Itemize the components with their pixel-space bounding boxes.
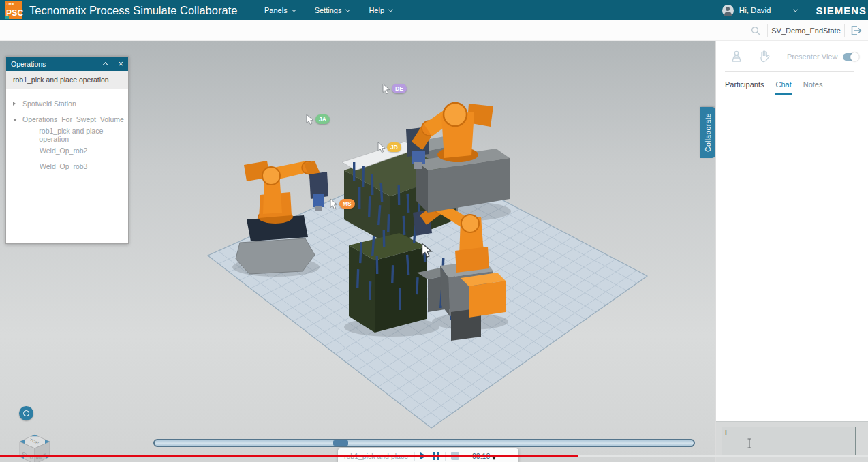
sidebar-tabs: ParticipantsChatNotes — [725, 80, 822, 95]
participant-cursor-de: DE — [392, 81, 407, 93]
sidebar-icon-row: Presenter View — [716, 46, 868, 67]
siemens-logo: SIEMENS — [816, 5, 867, 16]
tree-item-label: Weld_Op_rob2 — [40, 147, 87, 155]
menu-label: Help — [369, 6, 384, 14]
close-icon[interactable]: × — [118, 59, 123, 68]
text-caret — [730, 429, 730, 436]
mouse-cursor-icon — [421, 243, 433, 261]
user-greeting[interactable]: Hi, David — [739, 6, 771, 14]
target-icon — [23, 410, 29, 416]
app-header: TMX PSC Tecnomatix Process Simulate Coll… — [0, 0, 868, 20]
operations-filter-input[interactable]: rob1_pick and place operation — [6, 71, 128, 89]
presenter-view-label: Presenter View — [787, 52, 837, 61]
collapse-arrow-icon[interactable] — [13, 117, 20, 121]
cursor-arrow-icon — [306, 114, 315, 128]
search-icon[interactable] — [744, 25, 767, 36]
participant-initials-badge: MS — [339, 199, 355, 209]
document-name: SV_Demo_EndState — [768, 27, 844, 35]
scrubber-thumb[interactable] — [333, 440, 348, 446]
center-view-button[interactable] — [19, 406, 33, 420]
chat-input-value: L — [725, 429, 729, 437]
collaborate-tab[interactable]: Collaborate — [700, 107, 715, 158]
ibeam-cursor-icon — [747, 438, 752, 450]
tree-item[interactable]: Operations_For_Swept_Volume — [6, 111, 128, 127]
menu-label: Panels — [264, 6, 288, 14]
tree-item-label: Operations_For_Swept_Volume — [22, 115, 124, 123]
tree-item-label: rob1_pick and place operation — [39, 127, 128, 143]
operations-tree: Spotweld StationOperations_For_Swept_Vol… — [6, 89, 128, 174]
participant-initials-badge: JD — [387, 142, 401, 152]
menu-label: Settings — [315, 6, 342, 14]
logo-accent — [5, 16, 9, 19]
tree-item[interactable]: Weld_Op_rob2 — [6, 142, 128, 158]
cursor-arrow-icon — [330, 198, 339, 213]
tree-item-label: Weld_Op_rob3 — [40, 162, 87, 170]
tree-item-label: Spotweld Station — [22, 99, 76, 108]
viewport[interactable]: Operations × rob1_pick and place operati… — [0, 41, 715, 462]
tree-item[interactable]: Weld_Op_rob3 — [6, 158, 128, 174]
operations-panel-title: Operations — [11, 60, 104, 68]
screenshare-progress-bar — [0, 455, 868, 457]
raise-hand-icon[interactable] — [758, 50, 771, 63]
chat-input[interactable]: L — [722, 427, 856, 457]
presenter-icon[interactable] — [730, 50, 743, 63]
robot-center — [406, 103, 510, 213]
collapse-panel-icon[interactable] — [103, 62, 108, 67]
header-menus: PanelsSettingsHelp — [264, 0, 392, 20]
participant-cursor-ms: MS — [339, 196, 355, 209]
expand-arrow-icon[interactable] — [13, 102, 20, 106]
chevron-down-icon — [292, 7, 296, 12]
menu-settings[interactable]: Settings — [315, 6, 350, 14]
tab-participants[interactable]: Participants — [725, 80, 764, 95]
cursor-arrow-icon — [382, 83, 391, 97]
tab-chat[interactable]: Chat — [775, 80, 791, 95]
participant-cursor-ja: JA — [315, 112, 330, 124]
participant-initials-badge: JA — [315, 114, 330, 124]
presenter-view-toggle[interactable] — [843, 53, 858, 61]
share-progress-red — [0, 455, 578, 457]
chevron-down-icon — [345, 7, 350, 12]
collaboration-sidebar: Presenter View ParticipantsChatNotes L — [715, 41, 868, 462]
app-title: Tecnomatix Process Simulate Collaborate — [29, 4, 237, 17]
document-toolbar: SV_Demo_EndState — [0, 20, 868, 41]
tab-notes[interactable]: Notes — [803, 80, 823, 95]
chevron-down-icon — [388, 7, 393, 12]
header-right: Hi, David SIEMENS — [722, 0, 868, 20]
export-icon[interactable] — [845, 25, 868, 36]
user-avatar[interactable] — [722, 5, 734, 16]
toggle-knob — [850, 52, 859, 61]
logo-tmx-text: TMX — [6, 2, 14, 6]
timeline-scrubber[interactable] — [153, 439, 695, 447]
header-divider — [807, 5, 807, 15]
participant-initials-badge: DE — [392, 84, 407, 93]
menu-help[interactable]: Help — [369, 6, 392, 14]
tree-item[interactable]: Spotweld Station — [6, 95, 128, 111]
tree-item[interactable]: rob1_pick and place operation — [6, 127, 128, 142]
nav-cube[interactable]: TOP FRONT RIGHT — [14, 433, 55, 462]
menu-panels[interactable]: Panels — [264, 6, 296, 14]
operations-panel-header[interactable]: Operations × — [6, 57, 128, 71]
cursor-arrow-icon — [377, 142, 386, 156]
participant-cursor-jd: JD — [387, 140, 401, 152]
chevron-down-icon[interactable] — [793, 7, 798, 12]
sidebar-divider — [725, 71, 854, 72]
operations-panel: Operations × rob1_pick and place operati… — [5, 56, 129, 244]
psc-app-logo: TMX PSC — [5, 1, 22, 19]
